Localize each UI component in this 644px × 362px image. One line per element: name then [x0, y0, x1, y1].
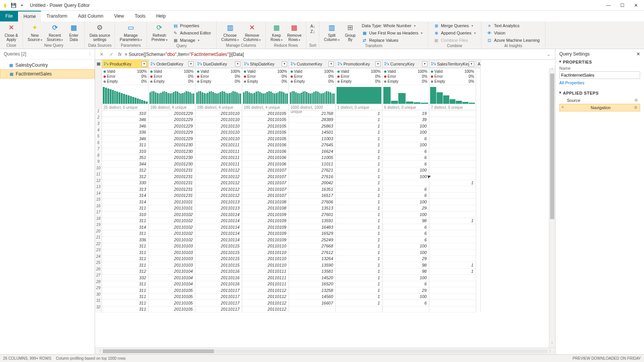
data-cell[interactable]: 20110114: [196, 237, 242, 243]
data-cell[interactable]: 20110112: [196, 193, 242, 199]
data-cell[interactable]: 1: [336, 262, 382, 269]
data-cell[interactable]: 1: [336, 148, 382, 155]
data-cell[interactable]: [429, 249, 476, 256]
data-cell[interactable]: 39: [383, 117, 429, 123]
row-number[interactable]: 18: [95, 216, 102, 222]
query-item-salesbycountry[interactable]: SalesbyCountry: [0, 61, 95, 69]
data-cell[interactable]: 20110105: [242, 136, 289, 142]
data-cell[interactable]: 20101229: [149, 110, 195, 117]
tab-file[interactable]: File: [0, 11, 18, 21]
data-cell[interactable]: 20110117: [196, 300, 242, 306]
data-cell[interactable]: 11005: [289, 155, 335, 161]
datatype-icon[interactable]: 1²₃: [431, 62, 436, 66]
row-number[interactable]: 30: [95, 292, 102, 298]
tab-transform[interactable]: Transform: [41, 11, 72, 21]
row-number[interactable]: 2: [95, 115, 102, 121]
data-cell[interactable]: 28389: [289, 117, 335, 123]
text-analytics-button[interactable]: ≡Text Analytics: [485, 22, 541, 29]
data-cell[interactable]: 336: [102, 237, 148, 243]
merge-queries-button[interactable]: ⊞Merge Queries: [432, 22, 477, 29]
keep-rows-button[interactable]: ▦KeepRows: [268, 22, 285, 43]
data-cell[interactable]: 1: [336, 136, 382, 142]
properties-button[interactable]: ▤Properties: [171, 22, 213, 29]
data-cell[interactable]: 311: [102, 205, 148, 212]
row-number[interactable]: 25: [95, 260, 102, 266]
save-icon[interactable]: 💾: [10, 2, 17, 9]
data-cell[interactable]: 310: [102, 148, 148, 155]
data-cell[interactable]: [429, 174, 476, 180]
sort-desc-button[interactable]: Z↓: [310, 29, 315, 34]
data-cell[interactable]: 20101231: [149, 186, 195, 193]
data-cell[interactable]: 13591: [289, 218, 335, 224]
maximize-button[interactable]: ☐: [616, 1, 629, 10]
gear-icon[interactable]: ⚙: [634, 105, 637, 110]
data-cell[interactable]: 20110115: [196, 262, 242, 269]
row-number[interactable]: 3: [95, 121, 102, 127]
data-cell[interactable]: 20101231: [149, 180, 195, 187]
remove-rows-button[interactable]: ▦RemoveRows: [285, 22, 304, 43]
data-cell[interactable]: [429, 205, 476, 212]
column-header-shipdatekey[interactable]: 1²₃ShipDateKey▾: [242, 60, 289, 68]
data-cell[interactable]: 20110107: [242, 180, 289, 187]
data-cell[interactable]: 21768: [289, 110, 335, 117]
data-cell[interactable]: 20110102: [149, 211, 195, 218]
data-cell[interactable]: [289, 306, 335, 313]
data-cell[interactable]: 1: [429, 180, 476, 187]
data-cell[interactable]: [429, 142, 476, 149]
data-cell[interactable]: 346: [102, 123, 148, 129]
data-cell[interactable]: 20110112: [242, 287, 289, 294]
data-cell[interactable]: 1: [336, 199, 382, 205]
data-cell[interactable]: 20110105: [149, 294, 195, 300]
data-cell[interactable]: 20110110: [196, 117, 242, 123]
data-cell[interactable]: 20110110: [242, 249, 289, 256]
append-queries-button[interactable]: ⊕Append Queries: [432, 29, 477, 36]
data-cell[interactable]: 1: [336, 117, 382, 123]
data-cell[interactable]: 1: [336, 205, 382, 212]
data-cell[interactable]: 20110106: [242, 148, 289, 155]
data-cell[interactable]: 20110110: [242, 243, 289, 250]
data-cell[interactable]: 1: [429, 262, 476, 269]
data-cell[interactable]: 100: [383, 275, 429, 281]
data-cell[interactable]: [429, 275, 476, 281]
data-cell[interactable]: [429, 281, 476, 288]
data-cell[interactable]: 311: [102, 142, 148, 149]
data-cell[interactable]: 20110103: [149, 249, 195, 256]
data-cell[interactable]: 25249: [289, 237, 335, 243]
row-number[interactable]: 8: [95, 152, 102, 159]
row-number[interactable]: 14: [95, 190, 102, 197]
data-cell[interactable]: 1: [336, 218, 382, 224]
data-cell[interactable]: [429, 148, 476, 155]
row-number[interactable]: 20: [95, 228, 102, 235]
data-cell[interactable]: 27616: [289, 174, 335, 180]
data-cell[interactable]: 14501: [289, 129, 335, 136]
data-cell[interactable]: 1: [336, 287, 382, 294]
row-number[interactable]: 21: [95, 234, 102, 241]
azure-ml-button[interactable]: ⊡Azure Machine Learning: [485, 37, 541, 44]
filter-dropdown-icon[interactable]: ▾: [329, 61, 334, 67]
row-number[interactable]: 9: [95, 159, 102, 165]
column-header-orderdatekey[interactable]: 1²₃OrderDateKey▾: [149, 60, 195, 68]
data-cell[interactable]: 1: [429, 218, 476, 224]
data-cell[interactable]: 20110112: [196, 186, 242, 193]
minimize-button[interactable]: —: [602, 1, 615, 10]
data-cell[interactable]: 310: [102, 110, 148, 117]
column-header-customerkey[interactable]: 1²₃CustomerKey▾: [289, 60, 335, 68]
data-type-button[interactable]: Data Type: Whole Number: [360, 22, 424, 29]
data-cell[interactable]: 20101230: [149, 148, 195, 155]
data-cell[interactable]: [429, 123, 476, 129]
formula-cancel-button[interactable]: ✕: [98, 52, 105, 57]
data-cell[interactable]: 20110113: [196, 205, 242, 212]
row-number[interactable]: 29: [95, 285, 102, 292]
datatype-icon[interactable]: 1²₃: [384, 62, 389, 66]
row-number[interactable]: 24: [95, 254, 102, 260]
data-cell[interactable]: 311: [102, 287, 148, 294]
data-cell[interactable]: [429, 110, 476, 117]
data-cell[interactable]: 29: [383, 256, 429, 262]
data-cell[interactable]: 20110107: [242, 186, 289, 193]
row-number[interactable]: 1: [95, 108, 102, 115]
data-cell[interactable]: 1: [336, 167, 382, 174]
data-cell[interactable]: 6: [383, 186, 429, 193]
data-cell[interactable]: [336, 306, 382, 313]
data-cell[interactable]: 20110115: [196, 243, 242, 250]
data-cell[interactable]: 100: [383, 294, 429, 300]
